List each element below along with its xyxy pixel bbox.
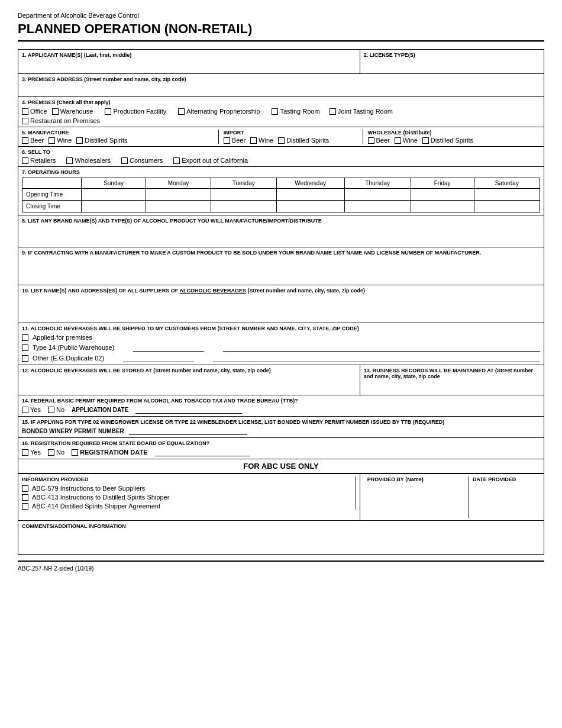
dept-name: Department of Alcoholic Beverage Control: [18, 12, 544, 19]
imp-distilled[interactable]: Distilled Spirits: [278, 137, 329, 144]
info-provided-label: INFORMATION PROVIDED: [22, 476, 352, 482]
sell-retailers[interactable]: Retailers: [22, 157, 56, 164]
imp-wine[interactable]: Wine: [250, 137, 273, 144]
app-date-label: APPLICATION DATE: [72, 407, 128, 413]
field7-label: 7. OPERATING HOURS: [22, 169, 540, 175]
opening-sunday[interactable]: [82, 189, 146, 201]
boe-yes[interactable]: Yes: [22, 449, 41, 456]
opening-friday[interactable]: [411, 189, 474, 201]
field5-manufacture-label: 5. MANUFACTURE: [22, 130, 214, 136]
day-friday: Friday: [411, 178, 474, 189]
sell-export[interactable]: Export out of California: [173, 157, 248, 164]
mfr-wine[interactable]: Wine: [49, 137, 72, 144]
field6-label: 6. SELL TO: [22, 149, 540, 155]
closing-wednesday[interactable]: [276, 201, 344, 212]
field9-label: 9. IF CONTRACTING WITH A MANUFACTURER TO…: [22, 250, 540, 256]
checkbox-production-facility[interactable]: Production Facility: [105, 108, 166, 115]
checkbox-tasting-room[interactable]: Tasting Room: [272, 108, 319, 115]
imp-beer[interactable]: Beer: [224, 137, 246, 144]
checkbox-office[interactable]: Office: [22, 108, 47, 115]
field8-label: 8. LIST ANY BRAND NAME(S) AND TYPE(S) OF…: [22, 218, 540, 224]
opening-thursday[interactable]: [344, 189, 411, 201]
abc-use-banner: FOR ABC USE ONLY: [18, 459, 544, 473]
sell-consumers[interactable]: Consumers: [121, 157, 163, 164]
checkbox-alternating-prop[interactable]: Alternating Proprietorship: [178, 108, 260, 115]
checkbox-joint-tasting-room[interactable]: Joint Tasting Room: [330, 108, 393, 115]
provided-by-label: PROVIDED BY (Name): [367, 476, 465, 482]
closing-tuesday[interactable]: [211, 201, 276, 212]
field14-label: 14. FEDERAL BASIC PERMIT REQUIRED FROM A…: [22, 398, 540, 404]
field16-label: 16. REGISTRATION REQUIRED FROM STATE BOA…: [22, 440, 540, 446]
ship-type14[interactable]: Type 14 (Public Warehouse): [22, 344, 114, 351]
day-wednesday: Wednesday: [276, 178, 344, 189]
field1-label: 1. APPLICANT NAME(S) (Last, first, middl…: [22, 52, 356, 58]
day-sunday: Sunday: [82, 178, 146, 189]
whl-beer[interactable]: Beer: [368, 137, 390, 144]
day-monday: Monday: [146, 178, 211, 189]
form-title: PLANNED OPERATION (NON-RETAIL): [18, 21, 544, 42]
whl-wine[interactable]: Wine: [395, 137, 418, 144]
opening-time-label: Opening Time: [22, 189, 82, 201]
closing-saturday[interactable]: [474, 201, 540, 212]
opening-monday[interactable]: [146, 189, 211, 201]
field4-label: 4. PREMISES (Check all that apply): [22, 99, 540, 105]
sell-wholesalers[interactable]: Wholesalers: [66, 157, 111, 164]
abc-579[interactable]: ABC-579 Instructions to Beer Suppliers: [22, 485, 352, 492]
field2-label: 2. LICENSE TYPE(S): [364, 52, 540, 58]
day-thursday: Thursday: [344, 178, 411, 189]
ship-other[interactable]: Other (E.G.Duplicate 02): [22, 355, 104, 362]
day-tuesday: Tuesday: [211, 178, 276, 189]
closing-thursday[interactable]: [344, 201, 411, 212]
opening-tuesday[interactable]: [211, 189, 276, 201]
form-footer: ABC-257-NR 2-sided (10/19): [18, 561, 544, 572]
abc-414[interactable]: ABC-414 Distilled Spirits Shipper Agreem…: [22, 502, 352, 510]
boe-reg-date-cb[interactable]: REGISTRATION DATE: [72, 449, 147, 456]
main-form: 1. APPLICANT NAME(S) (Last, first, middl…: [18, 49, 544, 555]
field3-label: 3. PREMISES ADDRESS (Street number and n…: [22, 76, 540, 82]
ttb-no[interactable]: No: [48, 406, 64, 413]
mfr-beer[interactable]: Beer: [22, 137, 44, 144]
boe-no[interactable]: No: [48, 449, 64, 456]
field10-label: 10. LIST NAME(S) AND ADDRESS(ES) OF ALL …: [22, 288, 540, 294]
hours-table: Sunday Monday Tuesday Wednesday Thursday…: [22, 178, 540, 212]
bonded-winery-label: BONDED WINERY PERMIT NUMBER: [22, 428, 124, 434]
date-provided-label: DATE PROVIDED: [473, 476, 540, 482]
ttb-yes[interactable]: Yes: [22, 406, 41, 413]
whl-distilled[interactable]: Distilled Spirits: [422, 137, 473, 144]
checkbox-warehouse[interactable]: Warehouse: [52, 108, 93, 115]
field13-label: 13. BUSINESS RECORDS WILL BE MAINTAINED …: [364, 368, 540, 379]
opening-wednesday[interactable]: [276, 189, 344, 201]
closing-sunday[interactable]: [82, 201, 146, 212]
field11-label: 11. ALCOHOLIC BEVERAGES WILL BE SHIPPED …: [22, 326, 540, 331]
day-saturday: Saturday: [474, 178, 540, 189]
opening-saturday[interactable]: [474, 189, 540, 201]
field12-label: 12. ALCOHOLIC BEVERAGES WILL BE STORED A…: [22, 368, 356, 373]
closing-time-label: Closing Time: [22, 201, 82, 212]
mfr-distilled[interactable]: Distilled Spirits: [76, 137, 127, 144]
comments-label: COMMENTS/ADDITIONAL INFORMATION: [22, 523, 540, 529]
abc-413[interactable]: ABC-413 Instructions to Distilled Spirit…: [22, 494, 352, 501]
ship-applied-for[interactable]: Applied-for premises: [22, 334, 540, 341]
closing-friday[interactable]: [411, 201, 474, 212]
closing-monday[interactable]: [146, 201, 211, 212]
checkbox-restaurant[interactable]: Restaurant on Premises: [22, 117, 100, 124]
field5-import-label: IMPORT: [224, 130, 358, 136]
field5-wholesale-label: WHOLESALE (Distribute): [368, 130, 540, 136]
field15-label: 15. IF APPLYING FOR TYPE 02 WINEGROWER L…: [22, 419, 540, 425]
